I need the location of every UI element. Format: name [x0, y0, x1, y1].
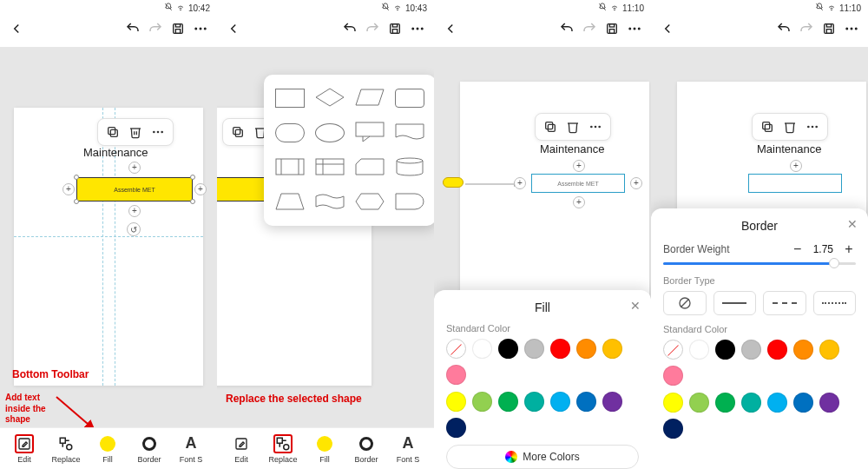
- shape-cylinder[interactable]: [394, 156, 425, 180]
- close-icon[interactable]: ✕: [630, 299, 641, 313]
- shape-parallelogram[interactable]: [354, 87, 385, 110]
- border-type-option[interactable]: [713, 291, 757, 315]
- context-more-icon[interactable]: [586, 117, 605, 136]
- shape-pill[interactable]: [275, 123, 305, 142]
- color-swatch[interactable]: [576, 339, 596, 359]
- color-swatch[interactable]: [498, 392, 518, 412]
- color-swatch[interactable]: [550, 392, 570, 412]
- add-node-bottom[interactable]: +: [573, 196, 585, 208]
- more-icon[interactable]: [410, 21, 425, 36]
- delete-icon[interactable]: [563, 117, 582, 136]
- border-type-option[interactable]: [763, 291, 806, 315]
- delete-icon[interactable]: [126, 122, 145, 142]
- canvas[interactable]: Replace the selected shape: [217, 47, 434, 469]
- color-swatch[interactable]: [550, 339, 570, 359]
- fill-button[interactable]: Fill: [87, 434, 128, 464]
- shape-rectangle[interactable]: [275, 89, 305, 108]
- close-icon[interactable]: ✕: [847, 217, 858, 231]
- shape-ellipse[interactable]: [315, 123, 345, 142]
- shape-wave[interactable]: [314, 191, 345, 215]
- shape-callout[interactable]: [354, 121, 385, 146]
- copy-icon[interactable]: [541, 117, 560, 136]
- back-icon[interactable]: [443, 21, 458, 36]
- copy-icon[interactable]: [228, 122, 247, 142]
- color-swatch[interactable]: [715, 393, 735, 413]
- canvas[interactable]: Maintenance + Assemble MET + + + ↺ Botto…: [0, 47, 217, 469]
- replace-button[interactable]: Replace: [262, 434, 304, 464]
- save-icon[interactable]: [604, 21, 620, 36]
- color-swatch[interactable]: [793, 340, 813, 360]
- redo-icon[interactable]: [365, 21, 380, 36]
- color-swatch[interactable]: [663, 419, 683, 439]
- shape-internal-storage[interactable]: [314, 156, 345, 180]
- weight-plus[interactable]: +: [842, 241, 856, 257]
- border-button[interactable]: Border: [345, 434, 387, 464]
- color-swatch[interactable]: [498, 339, 518, 359]
- shape-hexagon[interactable]: [354, 191, 385, 215]
- add-node-bottom[interactable]: +: [128, 205, 141, 217]
- selected-shape[interactable]: [748, 174, 842, 193]
- color-swatch[interactable]: [767, 393, 787, 413]
- color-swatch[interactable]: [602, 392, 622, 412]
- color-swatch[interactable]: [524, 339, 544, 359]
- add-node-left[interactable]: +: [514, 177, 526, 189]
- linked-shape[interactable]: [443, 177, 464, 188]
- redo-icon[interactable]: [148, 21, 163, 36]
- weight-slider[interactable]: [663, 262, 856, 265]
- edit-button[interactable]: Edit: [220, 434, 262, 464]
- add-node-top[interactable]: +: [790, 160, 802, 172]
- context-more-icon[interactable]: [148, 122, 168, 142]
- add-node-top[interactable]: +: [573, 160, 585, 172]
- canvas[interactable]: Maintenance + ✕ Border Border Weight − 1…: [651, 47, 868, 469]
- color-swatch[interactable]: [446, 392, 466, 412]
- replace-button[interactable]: Replace: [45, 434, 87, 464]
- color-swatch[interactable]: [524, 392, 544, 412]
- copy-icon[interactable]: [103, 122, 122, 142]
- undo-icon[interactable]: [342, 21, 358, 36]
- color-swatch[interactable]: [576, 392, 596, 412]
- shape-predefined[interactable]: [274, 156, 306, 180]
- color-swatch[interactable]: [741, 340, 761, 360]
- back-icon[interactable]: [660, 21, 675, 36]
- font-button[interactable]: A Font S: [387, 434, 429, 464]
- back-icon[interactable]: [226, 21, 241, 36]
- add-node-top[interactable]: +: [128, 162, 141, 174]
- color-swatch[interactable]: [793, 393, 813, 413]
- more-icon[interactable]: [844, 21, 859, 36]
- redo-icon[interactable]: [582, 21, 597, 36]
- copy-icon[interactable]: [758, 117, 777, 136]
- color-swatch[interactable]: [689, 340, 709, 360]
- back-icon[interactable]: [9, 21, 24, 36]
- rotate-handle[interactable]: ↺: [127, 222, 141, 236]
- shape-diamond[interactable]: [314, 87, 345, 110]
- color-swatch[interactable]: [819, 393, 839, 413]
- shape-delay[interactable]: [394, 191, 425, 215]
- border-type-option[interactable]: [813, 291, 857, 315]
- selected-shape[interactable]: Assemble MET: [531, 174, 625, 193]
- more-icon[interactable]: [193, 21, 208, 36]
- color-swatch[interactable]: [472, 392, 492, 412]
- undo-icon[interactable]: [125, 21, 141, 36]
- add-node-left[interactable]: +: [62, 183, 75, 195]
- selected-shape[interactable]: Assemble MET: [76, 177, 193, 201]
- color-swatch[interactable]: [663, 366, 683, 386]
- weight-minus[interactable]: −: [791, 241, 805, 257]
- color-swatch[interactable]: [741, 393, 761, 413]
- save-icon[interactable]: [821, 21, 837, 36]
- color-swatch[interactable]: [602, 339, 622, 359]
- border-button[interactable]: Border: [128, 434, 170, 464]
- more-icon[interactable]: [627, 21, 642, 36]
- undo-icon[interactable]: [776, 21, 792, 36]
- delete-icon[interactable]: [780, 117, 799, 136]
- color-swatch[interactable]: [663, 340, 683, 360]
- color-swatch[interactable]: [767, 340, 787, 360]
- shape-card[interactable]: [354, 156, 385, 180]
- border-type-option[interactable]: [663, 291, 707, 315]
- color-swatch[interactable]: [446, 339, 466, 359]
- save-icon[interactable]: [387, 21, 403, 36]
- canvas[interactable]: Maintenance + + Assemble MET + + ✕ Fill …: [434, 47, 651, 469]
- color-swatch[interactable]: [472, 339, 492, 359]
- color-swatch[interactable]: [663, 393, 683, 413]
- undo-icon[interactable]: [559, 21, 575, 36]
- color-swatch[interactable]: [689, 393, 709, 413]
